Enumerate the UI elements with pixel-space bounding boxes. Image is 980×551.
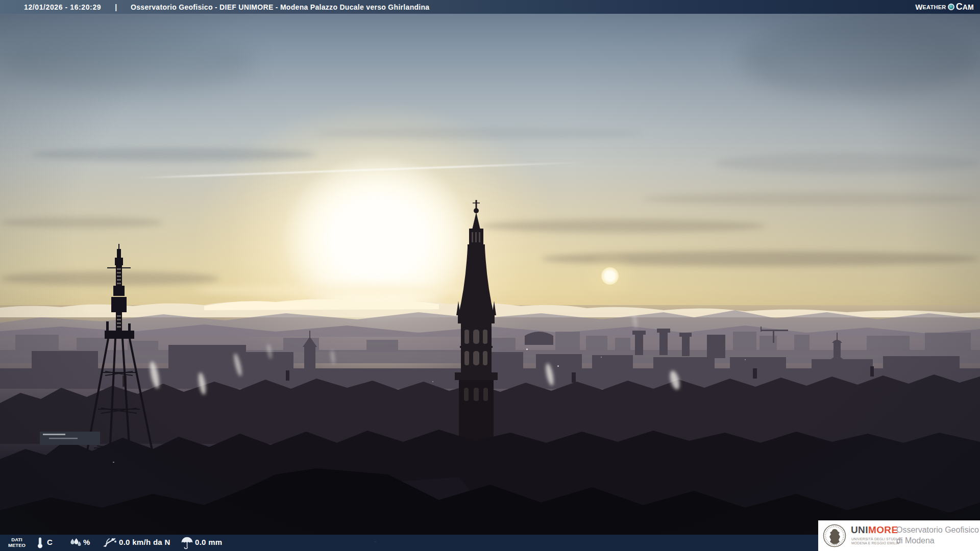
brand-cam-initial: C (956, 2, 963, 12)
wind-value: 0.0 km/h da N (119, 538, 170, 546)
observatory-name: Osservatorio Geofisico di Modena (896, 524, 979, 546)
brand-weather-initial: W (915, 3, 922, 11)
svg-text:1175: 1175 (832, 543, 838, 545)
page-title: Osservatorio Geofisico - DIEF UNIMORE - … (131, 3, 429, 11)
thermometer-icon (37, 537, 43, 549)
weathercam-logo: WEATHER CAM (915, 0, 974, 14)
vignette (0, 14, 980, 551)
dati-meteo-label: DATI METEO (5, 537, 29, 548)
unimore-footer-logo: 1175 UNIMORE UNIVERSITÀ DEGLI STUDI DI M… (818, 520, 980, 551)
unimore-wordmark: UNIMORE (851, 524, 898, 536)
university-subtitle: UNIVERSITÀ DEGLI STUDI DI MODENA E REGGI… (851, 537, 902, 545)
humidity-drops-icon (69, 538, 82, 548)
wind-anemometer-icon (102, 537, 116, 548)
rain-value: 0.0 mm (195, 538, 223, 546)
brand-weather-rest: EATHER (922, 4, 946, 10)
weathercam-lens-icon (948, 4, 954, 10)
brand-cam-rest: AM (963, 3, 974, 11)
humidity-value: % (83, 538, 90, 546)
weather-data-bar: DATI METEO C % 0.0 km/h da N 0.0 mm (0, 535, 818, 551)
webcam-view: 12/01/2026 - 16:20:29 | Osservatorio Geo… (0, 0, 980, 551)
temperature-value: C (47, 538, 53, 546)
separator: | (115, 3, 117, 11)
unimore-seal-icon: 1175 (823, 524, 846, 547)
header-bar: 12/01/2026 - 16:20:29 | Osservatorio Geo… (0, 0, 980, 14)
rain-umbrella-icon (181, 537, 193, 549)
timestamp: 12/01/2026 - 16:20:29 (24, 3, 101, 11)
